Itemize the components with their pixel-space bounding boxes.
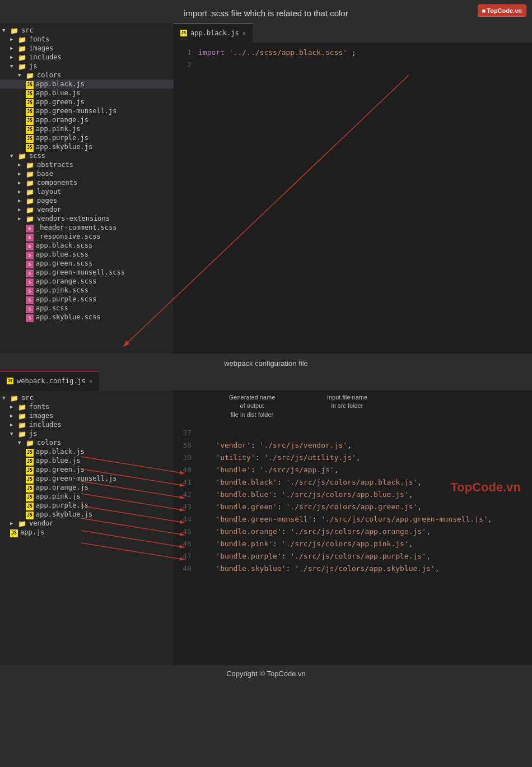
tree-app-purple-js[interactable]: JS app.purple.js xyxy=(0,133,174,142)
tree-label: app.pink.js xyxy=(36,125,80,133)
tree-label: src xyxy=(21,394,34,402)
tree-label: app.skyblue.js xyxy=(36,510,92,518)
tree-label: _responsive.scss xyxy=(36,233,101,240)
tab-label: app.black.js xyxy=(190,29,239,37)
lower-tree-images[interactable]: ▶ 📁 images xyxy=(0,411,174,420)
code-line-1: import '../../scss/app.black.scss' ; xyxy=(196,47,532,59)
annotation-generated-name: Generated name of output file in dist fo… xyxy=(218,393,286,419)
tree-responsive-scss[interactable]: S _responsive.scss xyxy=(0,232,174,241)
tree-app-orange-scss[interactable]: S app.orange.scss xyxy=(0,277,174,286)
lower-tree-js[interactable]: ▼ 📁 js xyxy=(0,429,174,438)
lower-tab-webpack[interactable]: JS webpack.config.js × xyxy=(0,371,99,391)
lower-tree-blue-js[interactable]: JS app.blue.js xyxy=(0,456,174,465)
tree-label: app.pink.scss xyxy=(36,286,88,294)
tree-label: abstracts xyxy=(37,161,73,169)
tree-label: app.green.js xyxy=(36,98,85,106)
section-label: webpack configuration file xyxy=(224,359,308,368)
upper-panel: ▼ 📁 src ▶ 📁 fonts ▶ 📁 images ▶ 📁 include… xyxy=(0,23,532,354)
tab-app-black-js[interactable]: JS app.black.js × xyxy=(174,23,253,43)
tab-close-button[interactable]: × xyxy=(242,30,246,37)
lower-tab-icon: JS xyxy=(7,378,13,384)
tree-app-pink-js[interactable]: JS app.pink.js xyxy=(0,124,174,133)
page-title: import .scss file which is related to th… xyxy=(184,8,348,18)
lower-tree-orange-js[interactable]: JS app.orange.js xyxy=(0,483,174,492)
lower-tree-includes[interactable]: ▶ 📁 includes xyxy=(0,420,174,429)
tree-label: app.green-munsell.js xyxy=(36,107,117,115)
tree-fonts[interactable]: ▶ 📁 fonts xyxy=(0,35,174,44)
topcode-logo: ■TopCode.vn xyxy=(478,4,526,17)
tree-app-green-munsell-scss[interactable]: S app.green-munsell.scss xyxy=(0,268,174,277)
tree-label: app.js xyxy=(20,528,44,536)
tree-label: app.purple.js xyxy=(36,501,88,509)
tree-label: includes xyxy=(29,53,62,61)
tree-label: images xyxy=(29,44,53,52)
tree-app-pink-scss[interactable]: S app.pink.scss xyxy=(0,286,174,295)
tree-vendor[interactable]: ▶ 📁 vendor xyxy=(0,205,174,214)
tree-label: app.blue.scss xyxy=(36,250,88,258)
tree-app-skyblue-scss[interactable]: S app.skyblue.scss xyxy=(0,313,174,322)
tree-label: app.orange.scss xyxy=(36,277,96,285)
lower-tree-skyblue-js[interactable]: JS app.skyblue.js xyxy=(0,510,174,519)
tree-app-blue-scss[interactable]: S app.blue.scss xyxy=(0,250,174,259)
lower-tree-src[interactable]: ▼ 📁 src xyxy=(0,393,174,402)
lower-code-37 xyxy=(196,427,532,439)
lower-code-47: 'bundle.purple': './src/js/colors/app.pu… xyxy=(196,550,532,563)
tree-app-green-munsell-js[interactable]: JS app.green-munsell.js xyxy=(0,106,174,115)
lower-tree-colors[interactable]: ▼ 📁 colors xyxy=(0,438,174,447)
tree-src[interactable]: ▼ 📁 src xyxy=(0,26,174,35)
tree-base[interactable]: ▶ 📁 base xyxy=(0,169,174,178)
tree-js[interactable]: ▼ 📁 js xyxy=(0,62,174,71)
tree-label: app.green-munsell.js xyxy=(36,475,117,482)
tree-label: app.orange.js xyxy=(36,116,88,124)
tree-app-purple-scss[interactable]: S app.purple.scss xyxy=(0,295,174,304)
tree-app-green-scss[interactable]: S app.green.scss xyxy=(0,259,174,268)
copyright-text: Copyright © TopCode.vn xyxy=(226,670,306,678)
tree-layout[interactable]: ▶ 📁 layout xyxy=(0,187,174,196)
tree-label: app.black.js xyxy=(36,448,85,455)
tree-includes[interactable]: ▶ 📁 includes xyxy=(0,53,174,62)
lower-tree-appjs[interactable]: JS app.js xyxy=(0,528,174,537)
tree-app-black-scss[interactable]: S app.black.scss xyxy=(0,241,174,250)
tree-label: colors xyxy=(37,71,61,79)
tree-app-blue-js[interactable]: JS app.blue.js xyxy=(0,89,174,97)
tree-label: pages xyxy=(37,197,57,204)
lower-tree-vendor[interactable]: ▶ 📁 vendor xyxy=(0,519,174,528)
tree-label: app.blue.js xyxy=(36,457,80,464)
tree-label: app.green.js xyxy=(36,466,85,473)
lower-tree-black-js[interactable]: JS app.black.js xyxy=(0,447,174,456)
editor-content-upper: 1 2 import '../../scss/app.black.scss' ; xyxy=(174,43,532,354)
lower-code-lines: 'vendor': './src/js/vendor.js', 'utility… xyxy=(196,393,532,665)
tree-app-green-js[interactable]: JS app.green.js xyxy=(0,97,174,106)
lower-code-48: 'bundle.skyblue': './src/js/colors/app.s… xyxy=(196,563,532,575)
section-divider: webpack configuration file xyxy=(0,354,532,371)
tree-vendors-ext[interactable]: ▶ 📁 vendors-extensions xyxy=(0,214,174,223)
tree-label: _header-comment.scss xyxy=(36,224,117,231)
tree-components[interactable]: ▶ 📁 components xyxy=(0,178,174,187)
tree-app-skyblue-js[interactable]: JS app.skyblue.js xyxy=(0,142,174,151)
lower-tree-green-js[interactable]: JS app.green.js xyxy=(0,465,174,474)
tree-header-comment-scss[interactable]: S _header-comment.scss xyxy=(0,223,174,232)
tree-label: vendor xyxy=(29,519,53,527)
tree-label: app.green-munsell.scss xyxy=(36,268,125,276)
lower-tree-purple-js[interactable]: JS app.purple.js xyxy=(0,501,174,510)
lower-tree-fonts[interactable]: ▶ 📁 fonts xyxy=(0,402,174,411)
tree-label: components xyxy=(37,179,77,187)
tree-pages[interactable]: ▶ 📁 pages xyxy=(0,196,174,205)
lower-tab-close[interactable]: × xyxy=(89,378,93,385)
tree-label: app.green.scss xyxy=(36,259,92,267)
tree-app-black-js[interactable]: JS app.black.js xyxy=(0,80,174,89)
tree-scss[interactable]: ▼ 📁 scss xyxy=(0,151,174,160)
tree-label: colors xyxy=(37,439,61,447)
tree-abstracts[interactable]: ▶ 📁 abstracts xyxy=(0,160,174,169)
lower-tree-green-munsell-js[interactable]: JS app.green-munsell.js xyxy=(0,474,174,483)
tree-app-scss[interactable]: S app.scss xyxy=(0,304,174,313)
tree-app-orange-js[interactable]: JS app.orange.js xyxy=(0,115,174,124)
tree-colors[interactable]: ▼ 📁 colors xyxy=(0,71,174,80)
tree-label: src xyxy=(21,26,34,34)
tree-images[interactable]: ▶ 📁 images xyxy=(0,44,174,53)
lower-content: ▼ 📁 src ▶ 📁 fonts ▶ 📁 images ▶ 📁 includ xyxy=(0,391,532,665)
tree-label: app.orange.js xyxy=(36,484,88,491)
tree-label: layout xyxy=(37,188,61,196)
tree-label: app.skyblue.scss xyxy=(36,313,101,321)
lower-tree-pink-js[interactable]: JS app.pink.js xyxy=(0,492,174,501)
